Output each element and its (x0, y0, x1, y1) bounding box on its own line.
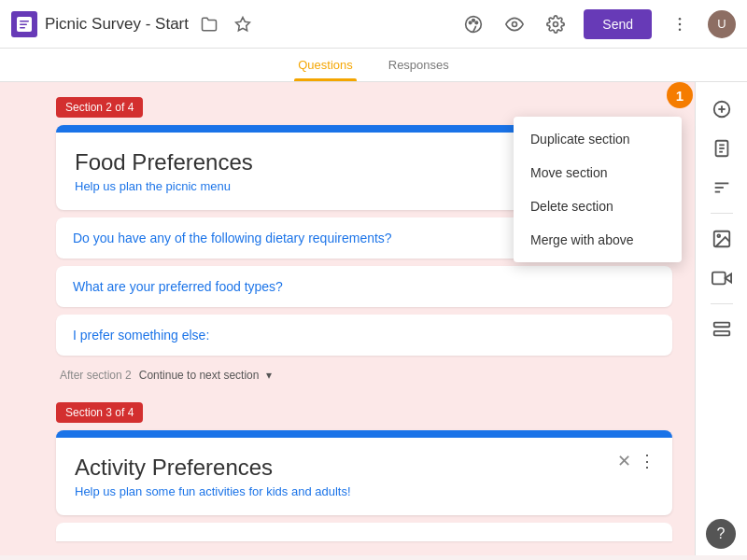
svg-rect-3 (20, 27, 25, 29)
svg-point-10 (554, 21, 558, 26)
question-text-1: Do you have any of the following dietary… (73, 231, 392, 245)
svg-point-28 (717, 234, 720, 237)
header: Picnic Survey - Start Send U (0, 0, 747, 49)
page-title: Picnic Survey - Start (45, 15, 189, 34)
preview-icon[interactable] (501, 11, 528, 37)
svg-marker-29 (725, 273, 730, 282)
after-section-row: After section 2 Continue to next section… (56, 363, 672, 387)
section-3-title: Activity Preferences (75, 455, 654, 481)
folder-icon[interactable] (196, 11, 222, 37)
svg-point-9 (513, 21, 517, 26)
right-sidebar (695, 82, 747, 555)
svg-point-11 (679, 17, 682, 20)
svg-point-12 (679, 22, 682, 25)
section-3-badge: Section 3 of 4 (56, 402, 143, 423)
svg-point-8 (475, 21, 478, 23)
question-text-3: I prefer something else: (73, 328, 209, 343)
settings-icon[interactable] (543, 11, 569, 37)
number-badge-1: 1 (667, 82, 693, 108)
more-options-icon[interactable] (667, 11, 693, 37)
svg-rect-32 (713, 331, 729, 336)
dropdown-arrow-icon[interactable]: ▾ (266, 369, 272, 382)
menu-item-merge[interactable]: Merge with above (514, 223, 682, 257)
svg-rect-2 (20, 23, 27, 25)
question-text-2: What are your preferred food types? (73, 279, 283, 294)
question-card-3[interactable]: I prefer something else: (56, 315, 672, 356)
add-video-button[interactable] (704, 260, 740, 296)
section-3-card: Activity Preferences Help us plan some f… (56, 430, 672, 515)
import-questions-button[interactable] (704, 131, 740, 166)
add-section-button[interactable] (704, 312, 740, 347)
header-icons: Send U (460, 9, 736, 39)
svg-rect-31 (713, 323, 729, 328)
star-icon[interactable] (230, 11, 256, 37)
add-title-button[interactable] (704, 170, 740, 205)
svg-marker-4 (236, 17, 250, 30)
section-3-close-icon[interactable]: ✕ (617, 451, 631, 471)
svg-point-13 (679, 28, 682, 31)
svg-rect-1 (20, 21, 29, 22)
svg-point-7 (472, 19, 475, 21)
menu-item-delete[interactable]: Delete section (514, 189, 682, 223)
section-3-actions: ✕ ⋮ (617, 451, 659, 471)
question-card-2[interactable]: What are your preferred food types? (56, 266, 672, 307)
help-button[interactable]: ? (706, 519, 736, 549)
avatar[interactable]: U (708, 10, 736, 38)
section-3-menu-icon[interactable]: ⋮ (635, 451, 659, 471)
add-image-button[interactable] (704, 221, 740, 257)
sidebar-divider-1 (711, 213, 733, 214)
add-question-button[interactable] (704, 91, 740, 127)
section-2-badge: Section 2 of 4 (56, 97, 143, 118)
tabs-bar: Questions Responses (0, 49, 747, 82)
palette-icon[interactable] (460, 11, 486, 37)
app-icon (11, 11, 37, 37)
header-left: Picnic Survey - Start (11, 11, 460, 37)
send-button[interactable]: Send (584, 9, 652, 39)
after-section-value[interactable]: Continue to next section (139, 369, 260, 382)
sidebar-divider-2 (711, 303, 733, 304)
context-menu: Duplicate section Move section Delete se… (514, 117, 682, 262)
menu-item-duplicate[interactable]: Duplicate section (514, 122, 682, 156)
partial-card (56, 523, 672, 541)
tab-responses[interactable]: Responses (385, 49, 453, 81)
after-section-label: After section 2 (60, 369, 132, 382)
svg-rect-30 (712, 273, 725, 285)
tab-questions[interactable]: Questions (294, 49, 357, 81)
svg-point-6 (470, 21, 472, 23)
section-3-subtitle: Help us plan some fun activities for kid… (75, 484, 654, 498)
menu-item-move[interactable]: Move section (514, 156, 682, 189)
